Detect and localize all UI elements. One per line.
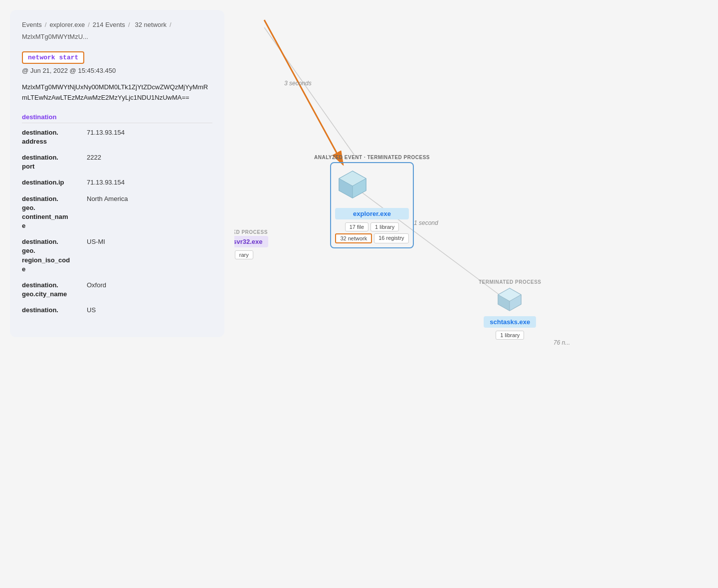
explorer-node: ANALYZED EVENT · TERMINATED PROCESS expl… [314, 155, 430, 248]
left-panel: Events / explorer.exe / 214 Events / 32 … [10, 10, 224, 337]
breadcrumb-explorer[interactable]: explorer.exe [49, 20, 85, 30]
explorer-badge[interactable]: explorer.exe [335, 208, 408, 219]
regsvr32-tag-library: rary [235, 250, 253, 259]
explorer-tags: 17 file 1 library [335, 222, 408, 231]
graph-svg [234, 0, 718, 588]
tag-17file: 17 file [345, 222, 368, 231]
explorer-tags-2: 32 network 16 registry [335, 233, 408, 243]
field-destination-ip: destination.ip 71.13.93.154 [22, 178, 212, 187]
tag-1library: 1 library [370, 222, 399, 231]
regsvr32-tags: rary [235, 250, 253, 259]
explorer-analyzed-label: ANALYZED EVENT · TERMINATED PROCESS [314, 155, 430, 160]
svg-line-3 [264, 20, 343, 165]
breadcrumb-events[interactable]: Events [22, 20, 42, 30]
tag-32network: 32 network [335, 233, 372, 243]
regsvr32-badge[interactable]: egsvr32.exe [234, 236, 268, 247]
destination-section-label: destination [22, 113, 212, 123]
schtasks-tag-library: 1 library [496, 331, 524, 340]
field-destination-country: destination. US [22, 306, 212, 315]
schtasks-cube-icon [496, 286, 524, 313]
schtasks-tags: 1 library [496, 331, 524, 340]
svg-line-0 [264, 27, 354, 155]
tag-16registry: 16 registry [374, 233, 408, 243]
field-destination-city: destination.geo.city_name Oxford [22, 281, 212, 299]
regsvr32-node: INATED PROCESS egsvr32.exe rary [234, 229, 268, 259]
time-label-3s: 3 seconds [284, 80, 312, 87]
breadcrumb-214events[interactable]: 214 Events [93, 20, 125, 30]
explorer-node-border: explorer.exe 17 file 1 library 32 networ… [330, 162, 413, 248]
schtasks-terminated-label: TERMINATED PROCESS [479, 279, 541, 285]
event-type-badge: network start [22, 51, 84, 64]
field-destination-address: destination.address 71.13.93.154 [22, 128, 212, 146]
schtasks-badge[interactable]: schtasks.exe [484, 316, 536, 328]
regsvr32-terminated-label: INATED PROCESS [234, 229, 268, 235]
field-destination-continent: destination.geo.continent_name North Ame… [22, 195, 212, 231]
breadcrumb-32network[interactable]: 32 network [135, 20, 167, 30]
field-destination-region: destination.geo.region_iso_code US-MI [22, 237, 212, 274]
schtasks-node: TERMINATED PROCESS schtasks.exe 1 librar… [479, 279, 541, 340]
breadcrumb-hash[interactable]: MzlxMTg0MWYtMzU... [22, 32, 88, 42]
breadcrumb: Events / explorer.exe / 214 Events / 32 … [22, 20, 212, 41]
graph-area: 3 seconds 1 second 76 n... INATED PROCES… [234, 0, 718, 588]
field-destination-port: destination.port 2222 [22, 153, 212, 171]
hash-value: MzlxMTg0MWYtNjUxNy00MDM0LTk1ZjYtZDcwZWQz… [22, 82, 212, 103]
time-label-76: 76 n... [553, 339, 570, 346]
explorer-cube-icon [335, 167, 370, 202]
event-date: @ Jun 21, 2022 @ 15:45:43.450 [22, 67, 212, 74]
